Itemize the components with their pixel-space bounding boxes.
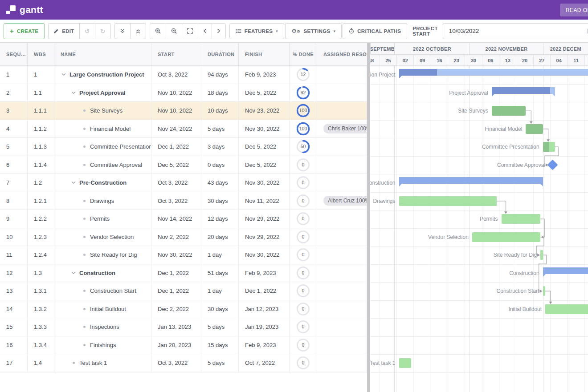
- logo-text: gantt: [20, 4, 43, 15]
- edit-group: EDIT ↺ ↻: [48, 23, 110, 39]
- cell-percent-done: 12: [290, 66, 317, 84]
- bar-task-label: Committee Presentation: [482, 138, 539, 156]
- summary-bar[interactable]: [399, 69, 588, 76]
- table-row[interactable]: 171.4Test task 1Oct 3, 20225 daysOct 7, …: [0, 354, 367, 372]
- tree-expander[interactable]: [61, 73, 67, 76]
- summary-progress: [492, 87, 550, 94]
- task-bar[interactable]: [399, 358, 411, 368]
- timeline-week-cell: 04: [550, 55, 567, 66]
- table-row[interactable]: 21.1Project ApprovalNov 10, 202218 daysD…: [0, 84, 367, 102]
- table-row[interactable]: 101.2.3Vendor SelectionNov 2, 202220 day…: [0, 228, 367, 247]
- summary-bar[interactable]: [399, 177, 543, 184]
- table-row[interactable]: 71.2Pre-ConstructionOct 3, 202243 daysNo…: [0, 174, 367, 192]
- link-arrowhead: [530, 121, 533, 124]
- edit-button[interactable]: EDIT: [48, 23, 79, 39]
- project-start-input[interactable]: [443, 23, 588, 39]
- summary-bar[interactable]: [543, 267, 588, 274]
- table-row[interactable]: 41.1.2Financial ModelNov 24, 20225 daysN…: [0, 120, 367, 138]
- zoom-fit-button[interactable]: [182, 23, 198, 39]
- tree-indent: Construction Start: [54, 287, 136, 294]
- timeline-week-cell: 02: [396, 55, 413, 66]
- tree-indent: Inspections: [54, 323, 119, 330]
- cell-start: Nov 24, 2022: [151, 120, 201, 138]
- task-name-label: Drawings: [90, 198, 114, 204]
- features-dropdown[interactable]: FEATURES ▾: [229, 23, 284, 39]
- redo-button[interactable]: ↻: [95, 23, 111, 39]
- task-bar[interactable]: [526, 124, 543, 134]
- cell-sequence: 10: [0, 228, 28, 246]
- row-gridline: [370, 228, 588, 229]
- bar-task-label: Site Ready for Dig: [494, 246, 537, 264]
- table-row[interactable]: 131.3.1Construction StartDec 1, 20221 da…: [0, 282, 367, 300]
- task-bar[interactable]: [399, 196, 497, 206]
- table-row[interactable]: 161.3.4FinishingsJan 20, 202315 daysFeb …: [0, 336, 367, 355]
- cell-name: Financial Model: [54, 120, 151, 138]
- bullet-dot: [83, 308, 86, 310]
- top-bar: gantt READ ONLY: [0, 0, 588, 20]
- task-bar[interactable]: [540, 250, 543, 260]
- tree-expander[interactable]: [70, 91, 77, 94]
- table-row[interactable]: 141.3.2Initial BuildoutDec 2, 202230 day…: [0, 300, 367, 319]
- row-gridline: [370, 354, 588, 355]
- app-logo: gantt: [6, 4, 43, 15]
- table-row[interactable]: 51.1.3Committee PresentationDec 1, 20223…: [0, 138, 367, 156]
- task-progress: [543, 142, 549, 152]
- project-start-field: [443, 23, 588, 39]
- critical-paths-button[interactable]: CRITICAL PATHS: [343, 23, 407, 39]
- task-bar[interactable]: [543, 142, 555, 152]
- task-name-label: Large Construction Project: [69, 71, 144, 78]
- cell-finish: Jan 12, 2023: [239, 300, 290, 318]
- table-row[interactable]: 151.3.3InspectionsJan 13, 20235 daysJan …: [0, 318, 367, 336]
- table-row[interactable]: 91.2.2PermitsNov 14, 202212 daysNov 29, …: [0, 210, 367, 228]
- table-row[interactable]: 61.1.4Committee ApprovalDec 5, 20220 day…: [0, 156, 367, 174]
- list-icon: [236, 28, 241, 33]
- features-label: FEATURES: [245, 28, 273, 34]
- table-row[interactable]: 111.2.4Site Ready for DigNov 30, 20221 d…: [0, 246, 367, 264]
- cell-name: Committee Presentation: [54, 138, 151, 156]
- column-header-done: FINISH: [239, 43, 290, 65]
- timeline-month-cell: 2022 OCTOBER: [394, 43, 470, 55]
- resource-pill[interactable]: Chris Baker 100%: [323, 124, 367, 133]
- scroll-left-button[interactable]: [198, 23, 212, 39]
- cell-name: Committee Approval: [54, 156, 151, 174]
- cell-assigned-resources: [317, 138, 367, 156]
- collapse-all-button[interactable]: [114, 23, 131, 39]
- tree-indent: Finishings: [54, 342, 116, 348]
- expand-all-button[interactable]: [130, 23, 146, 39]
- tree-expander[interactable]: [70, 271, 77, 275]
- zoom-out-button[interactable]: [166, 23, 182, 39]
- undo-button[interactable]: ↺: [79, 23, 95, 39]
- table-row[interactable]: 11Large Construction ProjectOct 3, 20229…: [0, 66, 367, 84]
- timeline-month-cell: 2022 DECEM: [543, 43, 588, 55]
- table-row[interactable]: 31.1.1Site SurveysNov 10, 202210 daysNov…: [0, 102, 367, 120]
- task-bar[interactable]: [543, 286, 545, 296]
- cell-wbs: 1.1.3: [28, 138, 54, 156]
- task-bar[interactable]: [502, 214, 541, 224]
- svg-text:0: 0: [302, 234, 305, 239]
- read-only-button[interactable]: READ ONLY: [560, 4, 588, 16]
- caret-down-icon: ▾: [276, 29, 278, 33]
- cell-assigned-resources: [317, 156, 367, 174]
- scroll-right-button[interactable]: [212, 23, 226, 39]
- cell-sequence: 8: [0, 192, 28, 210]
- cell-percent-done: 92: [290, 84, 317, 102]
- create-button[interactable]: + CREATE: [4, 23, 45, 39]
- task-grid: SEQUENCE WBS NAME START DURATION FINISH …: [0, 43, 367, 392]
- timeline-month-cell: 2022 NOVEMBER: [470, 43, 543, 55]
- milestone-diamond[interactable]: [547, 160, 558, 170]
- settings-dropdown[interactable]: ⚙︎⚙︎ SETTINGS ▾: [285, 23, 342, 39]
- tree-expander[interactable]: [70, 181, 77, 184]
- table-row[interactable]: 121.3ConstructionDec 1, 202251 daysFeb 9…: [0, 264, 367, 283]
- svg-text:0: 0: [302, 198, 305, 203]
- summary-bar[interactable]: [492, 87, 555, 94]
- resource-pill[interactable]: Albert Cruz 100%: [323, 196, 367, 206]
- zoom-in-button[interactable]: [150, 23, 166, 39]
- table-row[interactable]: 81.2.1DrawingsOct 3, 202230 daysNov 11, …: [0, 192, 367, 210]
- bullet-dot: [83, 254, 86, 256]
- task-bar[interactable]: [545, 304, 588, 314]
- task-bar[interactable]: [472, 232, 540, 242]
- task-bar[interactable]: [492, 106, 526, 116]
- cell-name: Drawings: [54, 192, 151, 210]
- grid-chart-splitter[interactable]: [367, 43, 370, 392]
- zoom-in-icon: [155, 28, 161, 34]
